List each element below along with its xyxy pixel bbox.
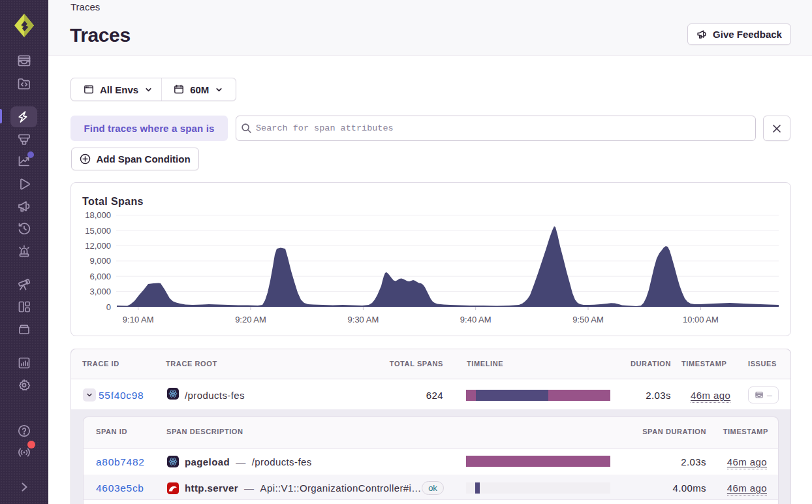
svg-text:12,000: 12,000 (85, 241, 111, 251)
svg-text:18,000: 18,000 (85, 210, 111, 220)
svg-text:9:40 AM: 9:40 AM (460, 315, 492, 324)
svg-text:9:50 AM: 9:50 AM (572, 315, 604, 324)
svg-text:0: 0 (106, 302, 111, 312)
svg-text:6,000: 6,000 (89, 272, 111, 281)
svg-text:9,000: 9,000 (89, 256, 111, 266)
svg-text:9:30 AM: 9:30 AM (348, 315, 379, 324)
svg-text:15,000: 15,000 (85, 226, 111, 236)
svg-text:9:20 AM: 9:20 AM (235, 315, 266, 324)
svg-text:10:00 AM: 10:00 AM (683, 315, 719, 324)
svg-text:3,000: 3,000 (89, 287, 111, 296)
svg-text:9:10 AM: 9:10 AM (123, 315, 154, 324)
